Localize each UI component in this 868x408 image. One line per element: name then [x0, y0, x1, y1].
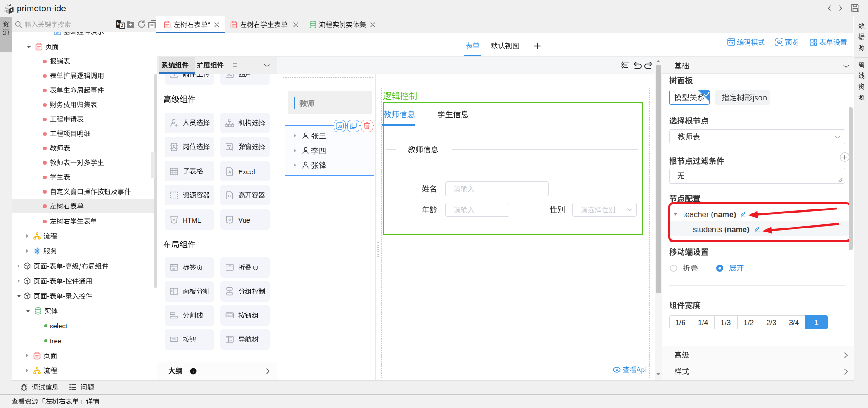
- svg-text:BTN: BTN: [172, 338, 176, 341]
- svg-text:Tab: Tab: [172, 268, 175, 270]
- svg-text:V: V: [228, 218, 231, 222]
- svg-text:5: 5: [173, 218, 175, 222]
- svg-text:BTN: BTN: [228, 314, 232, 317]
- svg-text:JS: JS: [337, 124, 342, 128]
